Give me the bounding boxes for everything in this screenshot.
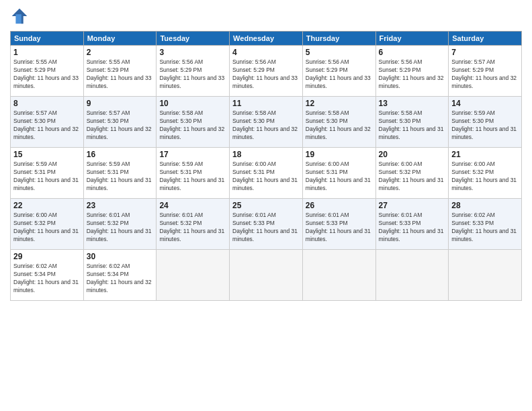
calendar-cell [157, 250, 230, 301]
day-info: Sunrise: 6:01 AMSunset: 5:33 PMDaylight:… [379, 212, 446, 244]
day-info: Sunrise: 5:56 AMSunset: 5:29 PMDaylight:… [159, 58, 226, 91]
calendar-cell: 20 Sunrise: 6:00 AMSunset: 5:32 PMDaylig… [375, 148, 449, 199]
calendar-cell: 1 Sunrise: 5:55 AMSunset: 5:29 PMDayligh… [11, 46, 84, 97]
day-number: 20 [379, 150, 446, 159]
day-number: 2 [87, 48, 154, 57]
weekday-header-row: SundayMondayTuesdayWednesdayThursdayFrid… [11, 32, 522, 46]
calendar-cell: 19 Sunrise: 6:00 AMSunset: 5:31 PMDaylig… [302, 148, 375, 199]
day-info: Sunrise: 6:02 AMSunset: 5:34 PMDaylight:… [87, 263, 154, 295]
day-number: 5 [306, 48, 373, 57]
weekday-header: Saturday [449, 32, 522, 46]
calendar-cell: 30 Sunrise: 6:02 AMSunset: 5:34 PMDaylig… [83, 250, 157, 301]
day-number: 13 [379, 99, 446, 108]
day-number: 8 [13, 99, 81, 108]
weekday-header: Tuesday [157, 32, 230, 46]
day-number: 30 [87, 252, 154, 261]
day-info: Sunrise: 5:59 AMSunset: 5:31 PMDaylight:… [159, 161, 226, 193]
day-number: 10 [159, 99, 226, 108]
day-info: Sunrise: 6:00 AMSunset: 5:32 PMDaylight:… [379, 161, 446, 193]
day-number: 24 [159, 201, 226, 210]
day-number: 29 [13, 252, 81, 261]
day-number: 27 [379, 201, 446, 210]
calendar-cell [302, 250, 375, 301]
weekday-header: Monday [83, 32, 157, 46]
day-info: Sunrise: 6:01 AMSunset: 5:32 PMDaylight:… [87, 212, 154, 244]
calendar-cell: 16 Sunrise: 5:59 AMSunset: 5:31 PMDaylig… [83, 148, 157, 199]
calendar-cell: 25 Sunrise: 6:01 AMSunset: 5:33 PMDaylig… [230, 199, 303, 250]
day-info: Sunrise: 6:00 AMSunset: 5:32 PMDaylight:… [13, 212, 81, 244]
calendar-cell [230, 250, 303, 301]
calendar-cell: 17 Sunrise: 5:59 AMSunset: 5:31 PMDaylig… [157, 148, 230, 199]
weekday-header: Wednesday [230, 32, 303, 46]
day-number: 1 [13, 48, 81, 57]
calendar-week-row: 29 Sunrise: 6:02 AMSunset: 5:34 PMDaylig… [11, 250, 522, 301]
calendar-page: SundayMondayTuesdayWednesdayThursdayFrid… [0, 0, 532, 411]
calendar-cell: 21 Sunrise: 6:00 AMSunset: 5:32 PMDaylig… [449, 148, 522, 199]
day-number: 6 [379, 48, 446, 57]
calendar-week-row: 22 Sunrise: 6:00 AMSunset: 5:32 PMDaylig… [11, 199, 522, 250]
day-number: 18 [232, 150, 300, 159]
calendar-cell: 6 Sunrise: 5:56 AMSunset: 5:29 PMDayligh… [375, 46, 449, 97]
day-info: Sunrise: 5:58 AMSunset: 5:30 PMDaylight:… [159, 109, 226, 142]
day-info: Sunrise: 6:01 AMSunset: 5:32 PMDaylight:… [159, 212, 226, 244]
calendar-cell: 24 Sunrise: 6:01 AMSunset: 5:32 PMDaylig… [157, 199, 230, 250]
calendar-cell: 10 Sunrise: 5:58 AMSunset: 5:30 PMDaylig… [157, 97, 230, 148]
calendar-cell: 2 Sunrise: 5:55 AMSunset: 5:29 PMDayligh… [83, 46, 157, 97]
day-number: 15 [13, 150, 81, 159]
day-info: Sunrise: 5:56 AMSunset: 5:29 PMDaylight:… [379, 58, 446, 91]
calendar-cell: 15 Sunrise: 5:59 AMSunset: 5:31 PMDaylig… [11, 148, 84, 199]
day-info: Sunrise: 5:57 AMSunset: 5:30 PMDaylight:… [87, 109, 154, 142]
day-info: Sunrise: 5:59 AMSunset: 5:31 PMDaylight:… [13, 161, 81, 193]
day-number: 28 [451, 201, 519, 210]
day-info: Sunrise: 5:59 AMSunset: 5:31 PMDaylight:… [87, 161, 154, 193]
day-info: Sunrise: 6:00 AMSunset: 5:31 PMDaylight:… [232, 161, 300, 193]
calendar-week-row: 15 Sunrise: 5:59 AMSunset: 5:31 PMDaylig… [11, 148, 522, 199]
calendar-cell: 26 Sunrise: 6:01 AMSunset: 5:33 PMDaylig… [302, 199, 375, 250]
day-info: Sunrise: 5:57 AMSunset: 5:30 PMDaylight:… [13, 109, 81, 142]
calendar-cell: 3 Sunrise: 5:56 AMSunset: 5:29 PMDayligh… [157, 46, 230, 97]
day-number: 3 [159, 48, 226, 57]
day-number: 4 [232, 48, 300, 57]
calendar-cell: 27 Sunrise: 6:01 AMSunset: 5:33 PMDaylig… [375, 199, 449, 250]
day-number: 16 [87, 150, 154, 159]
day-info: Sunrise: 6:00 AMSunset: 5:32 PMDaylight:… [451, 161, 519, 193]
calendar-cell: 29 Sunrise: 6:02 AMSunset: 5:34 PMDaylig… [11, 250, 84, 301]
logo [10, 7, 32, 26]
calendar-cell: 23 Sunrise: 6:01 AMSunset: 5:32 PMDaylig… [83, 199, 157, 250]
calendar-table: SundayMondayTuesdayWednesdayThursdayFrid… [10, 31, 522, 301]
day-info: Sunrise: 5:55 AMSunset: 5:29 PMDaylight:… [87, 58, 154, 91]
calendar-cell: 9 Sunrise: 5:57 AMSunset: 5:30 PMDayligh… [83, 97, 157, 148]
day-info: Sunrise: 6:00 AMSunset: 5:31 PMDaylight:… [306, 161, 373, 193]
day-number: 25 [232, 201, 300, 210]
calendar-cell: 11 Sunrise: 5:58 AMSunset: 5:30 PMDaylig… [230, 97, 303, 148]
day-number: 9 [87, 99, 154, 108]
day-info: Sunrise: 5:57 AMSunset: 5:29 PMDaylight:… [451, 58, 519, 91]
day-number: 12 [306, 99, 373, 108]
calendar-cell: 28 Sunrise: 6:02 AMSunset: 5:33 PMDaylig… [449, 199, 522, 250]
day-info: Sunrise: 6:01 AMSunset: 5:33 PMDaylight:… [232, 212, 300, 244]
calendar-cell: 18 Sunrise: 6:00 AMSunset: 5:31 PMDaylig… [230, 148, 303, 199]
day-info: Sunrise: 5:56 AMSunset: 5:29 PMDaylight:… [232, 58, 300, 91]
day-info: Sunrise: 5:59 AMSunset: 5:30 PMDaylight:… [451, 109, 519, 142]
calendar-cell [449, 250, 522, 301]
day-number: 22 [13, 201, 81, 210]
calendar-week-row: 1 Sunrise: 5:55 AMSunset: 5:29 PMDayligh… [11, 46, 522, 97]
calendar-cell: 4 Sunrise: 5:56 AMSunset: 5:29 PMDayligh… [230, 46, 303, 97]
day-info: Sunrise: 6:02 AMSunset: 5:34 PMDaylight:… [13, 263, 81, 295]
calendar-cell: 14 Sunrise: 5:59 AMSunset: 5:30 PMDaylig… [449, 97, 522, 148]
day-info: Sunrise: 6:01 AMSunset: 5:33 PMDaylight:… [306, 212, 373, 244]
day-number: 23 [87, 201, 154, 210]
day-info: Sunrise: 5:58 AMSunset: 5:30 PMDaylight:… [379, 109, 446, 142]
day-number: 17 [159, 150, 226, 159]
weekday-header: Friday [375, 32, 449, 46]
day-number: 11 [232, 99, 300, 108]
calendar-cell: 22 Sunrise: 6:00 AMSunset: 5:32 PMDaylig… [11, 199, 84, 250]
day-info: Sunrise: 5:58 AMSunset: 5:30 PMDaylight:… [232, 109, 300, 142]
day-number: 7 [451, 48, 519, 57]
header [10, 7, 522, 26]
calendar-week-row: 8 Sunrise: 5:57 AMSunset: 5:30 PMDayligh… [11, 97, 522, 148]
day-info: Sunrise: 5:56 AMSunset: 5:29 PMDaylight:… [306, 58, 373, 91]
day-number: 21 [451, 150, 519, 159]
calendar-cell: 12 Sunrise: 5:58 AMSunset: 5:30 PMDaylig… [302, 97, 375, 148]
weekday-header: Thursday [302, 32, 375, 46]
